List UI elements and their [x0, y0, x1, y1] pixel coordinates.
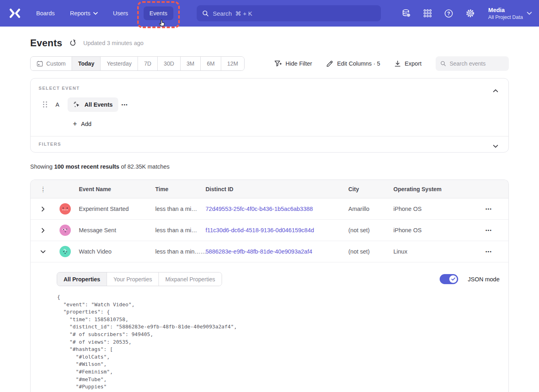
events-toolbar: Custom Today Yesterday 7D 30D 3M 6M 12M … — [30, 56, 509, 71]
date-range-control: Custom Today Yesterday 7D 30D 3M 6M 12M — [30, 56, 245, 71]
json-mode-toggle[interactable] — [440, 274, 458, 284]
help-icon[interactable]: ? — [444, 8, 454, 18]
tab-mixpanel-properties[interactable]: Mixpanel Properties — [159, 272, 222, 286]
range-6m[interactable]: 6M — [201, 57, 221, 70]
project-selector[interactable]: Media All Project Data — [488, 6, 532, 21]
calendar-icon — [37, 60, 43, 67]
search-icon — [440, 60, 446, 67]
nav-events[interactable]: Events — [144, 6, 173, 20]
global-search-input[interactable] — [213, 10, 375, 17]
range-custom-label: Custom — [46, 60, 66, 67]
cell-event-name: Watch Video — [79, 248, 155, 255]
edit-columns-label: Edit Columns · 5 — [337, 60, 380, 67]
cell-time: less than a min… — [155, 206, 206, 212]
range-3m[interactable]: 3M — [181, 57, 201, 70]
collapse-row-button[interactable] — [31, 249, 56, 254]
events-search[interactable] — [436, 56, 509, 71]
event-query-row: A All Events ••• — [39, 97, 500, 112]
cell-city: (not set) — [348, 227, 393, 233]
nav-reports[interactable]: Reports — [70, 10, 98, 17]
apps-grid-icon[interactable] — [423, 8, 432, 18]
distinct-id-link[interactable]: 72d49553-25fc-4f0c-b436-1b5ac6ab3388 — [206, 206, 313, 212]
row-more-button[interactable]: ••• — [482, 248, 495, 256]
results-prefix: Showing — [30, 163, 53, 170]
tab-your-properties[interactable]: Your Properties — [107, 272, 159, 286]
col-os: Operating System — [393, 186, 469, 192]
row-more-button[interactable]: ••• — [482, 226, 495, 234]
select-event-section: SELECT EVENT A All Events — [31, 78, 508, 136]
cell-distinct-id: 5886283e-e9fb-48fb-81de-40e9093a2af4 — [206, 248, 348, 255]
cell-city: Amarillo — [348, 206, 393, 212]
collapse-section-button[interactable] — [492, 85, 500, 95]
range-7d[interactable]: 7D — [138, 57, 158, 70]
expand-collapse-all-icon[interactable]: ↓↑ — [31, 186, 56, 193]
edit-columns-button[interactable]: Edit Columns · 5 — [326, 60, 380, 67]
event-avatar — [60, 246, 71, 257]
svg-text:?: ? — [447, 11, 450, 17]
table-row-expanded[interactable]: Watch Video less than a min… 5886283e-e9… — [31, 241, 508, 262]
nav-users[interactable]: Users — [113, 10, 128, 17]
expand-row-button[interactable] — [31, 206, 56, 212]
json-mode-control: JSON mode — [440, 274, 500, 284]
event-row-more-button[interactable]: ••• — [118, 101, 131, 109]
refresh-icon — [69, 39, 76, 47]
col-distinct-id: Distinct ID — [206, 186, 348, 192]
download-icon — [394, 60, 401, 67]
cell-os: iPhone OS — [393, 206, 469, 212]
nav-reports-label: Reports — [70, 10, 91, 17]
add-event-button[interactable]: + Add — [73, 121, 500, 127]
cell-city: (not set) — [348, 248, 393, 255]
chevron-down-icon — [493, 145, 498, 148]
select-event-label: SELECT EVENT — [39, 86, 500, 91]
project-text: Media All Project Data — [488, 6, 523, 21]
distinct-id-link[interactable]: 5886283e-e9fb-48fb-81de-40e9093a2af4 — [206, 248, 312, 255]
properties-tabs: All Properties Your Properties Mixpanel … — [57, 272, 222, 286]
range-custom[interactable]: Custom — [31, 57, 72, 70]
event-selector-chip[interactable]: All Events — [68, 97, 118, 112]
cell-time: less than a min… — [155, 227, 206, 233]
navbar-actions: ? Media All Project Data — [401, 6, 532, 21]
add-label: Add — [81, 121, 92, 127]
tab-all-properties[interactable]: All Properties — [57, 272, 107, 286]
primary-nav: Boards Reports Users Events — [36, 6, 173, 20]
range-today[interactable]: Today — [72, 57, 101, 70]
global-search[interactable] — [197, 5, 381, 21]
table-row[interactable]: Experiment Started less than a min… 72d4… — [31, 198, 508, 220]
export-button[interactable]: Export — [394, 60, 422, 67]
event-avatar — [60, 225, 71, 236]
toggle-knob — [449, 275, 457, 283]
step-letter: A — [56, 101, 68, 108]
events-table: ↓↑ Event Name Time Distinct ID City Oper… — [30, 179, 509, 392]
cell-event-name: Experiment Started — [79, 206, 155, 212]
range-30d[interactable]: 30D — [158, 57, 181, 70]
cell-distinct-id: f11c30d6-dc6d-4518-9136-0d046159c84d — [206, 227, 348, 233]
nav-boards[interactable]: Boards — [36, 10, 55, 17]
expand-row-button[interactable] — [31, 228, 56, 233]
filters-section: FILTERS — [31, 136, 508, 152]
event-json: { "event": "Watch Video", "properties": … — [57, 293, 500, 392]
event-chip-label: All Events — [84, 101, 113, 108]
event-avatar — [60, 203, 71, 215]
refresh-button[interactable] — [69, 39, 76, 47]
row-more-button[interactable]: ••• — [482, 205, 495, 213]
drag-handle[interactable] — [43, 101, 47, 108]
expand-filters-button[interactable] — [492, 140, 500, 151]
mixpanel-logo[interactable] — [8, 7, 22, 19]
range-12m[interactable]: 12M — [221, 57, 244, 70]
events-search-input[interactable] — [450, 60, 504, 67]
results-summary: Showing 100 most recent results of 82.35… — [30, 163, 509, 170]
col-time: Time — [155, 186, 206, 192]
page-title: Events — [30, 37, 62, 49]
distinct-id-link[interactable]: f11c30d6-dc6d-4518-9136-0d046159c84d — [206, 227, 314, 233]
plus-icon: + — [73, 121, 77, 127]
top-navbar: Boards Reports Users Events — [0, 0, 539, 27]
hide-filter-button[interactable]: Hide Filter — [274, 60, 312, 67]
results-count: 100 most recent results — [54, 163, 119, 170]
data-management-icon[interactable] — [401, 8, 411, 18]
cell-time: less than a min… — [155, 248, 206, 255]
table-row[interactable]: Message Sent less than a min… f11c30d6-d… — [31, 220, 508, 241]
check-icon — [451, 277, 455, 281]
settings-gear-icon[interactable] — [465, 8, 475, 18]
events-page: Events Updated 3 minutes ago Custom Toda… — [0, 37, 539, 392]
range-yesterday[interactable]: Yesterday — [101, 57, 138, 70]
